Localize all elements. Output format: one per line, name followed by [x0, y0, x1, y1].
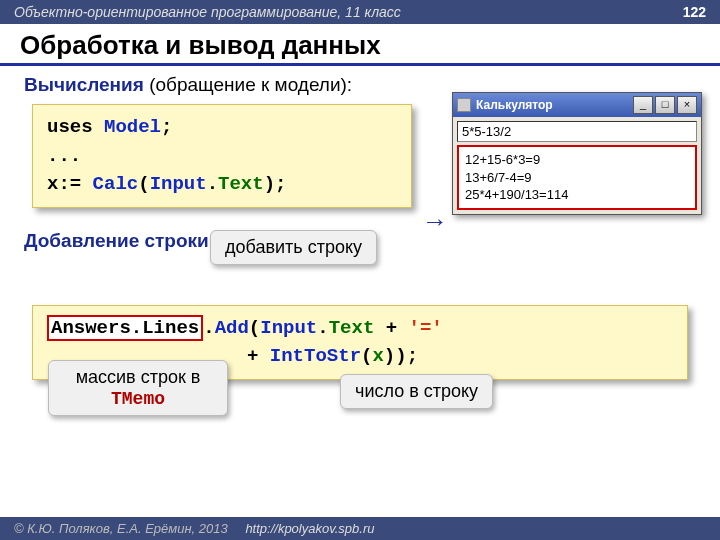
footer-url: http://kpolyakov.spb.ru: [245, 521, 374, 536]
top-bar: Объектно-ориентированное программировани…: [0, 0, 720, 24]
app-icon: [457, 98, 471, 112]
answers-lines-box: Answers.Lines: [47, 315, 203, 341]
memo-line: 12+15-6*3=9: [465, 151, 689, 169]
callout-add-line: добавить строку: [210, 230, 377, 265]
close-button[interactable]: ×: [677, 96, 697, 114]
page-number: 122: [683, 4, 706, 20]
section-addline-head: Добавление строки в: [24, 230, 231, 251]
minimize-button[interactable]: _: [633, 96, 653, 114]
section-computations-suffix: (обращение к модели):: [144, 74, 352, 95]
section-computations-head: Вычисления: [24, 74, 144, 95]
calculator-window: Калькулятор _ □ × 5*5-13/2 12+15-6*3=9 1…: [452, 92, 702, 215]
callout-string-array: массив строк в TMemo: [48, 360, 228, 416]
page-title: Обработка и вывод данных: [0, 24, 720, 66]
course-name: Объектно-ориентированное программировани…: [14, 4, 401, 20]
arrow-icon: →: [422, 206, 448, 237]
expression-input[interactable]: 5*5-13/2: [457, 121, 697, 142]
callout-num-to-str: число в строку: [340, 374, 493, 409]
results-memo[interactable]: 12+15-6*3=9 13+6/7-4=9 25*4+190/13=114: [457, 145, 697, 210]
footer-bar: © К.Ю. Поляков, Е.А. Ерёмин, 2013 http:/…: [0, 517, 720, 540]
copyright: © К.Ю. Поляков, Е.А. Ерёмин, 2013: [14, 521, 228, 536]
window-titlebar[interactable]: Калькулятор _ □ ×: [453, 93, 701, 117]
memo-line: 13+6/7-4=9: [465, 169, 689, 187]
maximize-button[interactable]: □: [655, 96, 675, 114]
window-title: Калькулятор: [476, 98, 631, 112]
memo-line: 25*4+190/13=114: [465, 186, 689, 204]
code-block-1: uses Model; ... x:= Calc(Input.Text);: [32, 104, 412, 208]
